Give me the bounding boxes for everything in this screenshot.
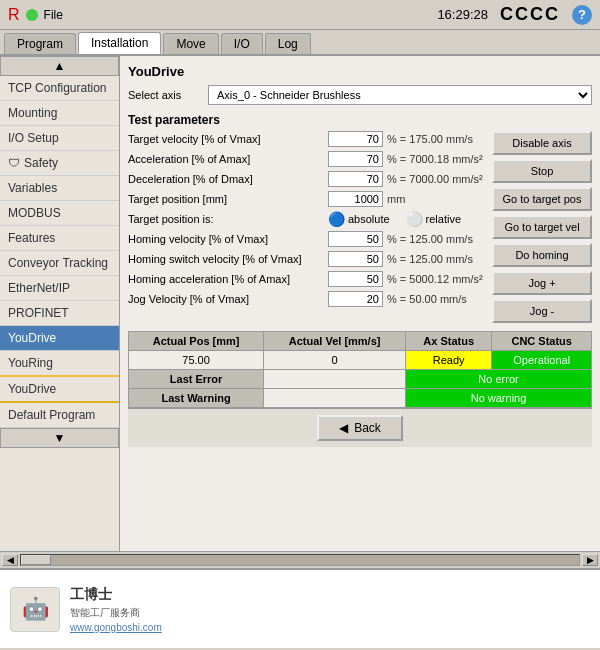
app-logo-icon: R: [8, 6, 20, 24]
scroll-right-button[interactable]: ▶: [582, 554, 598, 566]
test-params-title: Test parameters: [128, 113, 592, 127]
param-unit-homing-sw-vel: % = 125.00 mm/s: [387, 253, 473, 265]
scroll-thumb[interactable]: [21, 555, 51, 565]
radio-relative-label: relative: [426, 213, 461, 225]
actual-pos-value: 75.00: [129, 351, 264, 370]
col-ax-status: Ax Status: [406, 332, 492, 351]
time-display: 16:29:28: [437, 7, 488, 22]
sidebar-item-io-setup[interactable]: I/O Setup: [0, 126, 119, 151]
param-row-jog-vel: Jog Velocity [% of Vmax] % = 50.00 mm/s: [128, 291, 484, 307]
param-row-velocity: Target velocity [% of Vmax] % = 175.00 m…: [128, 131, 484, 147]
tab-move[interactable]: Move: [163, 33, 218, 54]
tab-log[interactable]: Log: [265, 33, 311, 54]
sidebar: ▲ TCP Configuration Mounting I/O Setup 🛡…: [0, 56, 120, 551]
last-warning-value: No warning: [406, 389, 592, 408]
col-cnc-status: CNC Status: [492, 332, 592, 351]
sidebar-item-conveyor[interactable]: Conveyor Tracking: [0, 251, 119, 276]
param-row-accel: Acceleration [% of Amax] % = 7000.18 mm/…: [128, 151, 484, 167]
radio-label-target-pos: Target position is:: [128, 213, 328, 225]
scroll-track[interactable]: [20, 554, 580, 566]
param-label-target-pos: Target position [mm]: [128, 193, 328, 205]
sidebar-item-ethernet[interactable]: EtherNet/IP: [0, 276, 119, 301]
disable-axis-button[interactable]: Disable axis: [492, 131, 592, 155]
tab-program[interactable]: Program: [4, 33, 76, 54]
radio-absolute-icon: 🔵: [328, 211, 345, 227]
go-to-target-pos-button[interactable]: Go to target pos: [492, 187, 592, 211]
sidebar-scroll-down[interactable]: ▼: [0, 428, 119, 448]
sidebar-scroll-up[interactable]: ▲: [0, 56, 119, 76]
sidebar-item-mounting[interactable]: Mounting: [0, 101, 119, 126]
company-tagline: 智能工厂服务商: [70, 605, 162, 620]
section-title: YouDrive: [128, 64, 592, 79]
sidebar-item-features[interactable]: Features: [0, 226, 119, 251]
param-input-target-pos[interactable]: [328, 191, 383, 207]
last-error-value: No error: [406, 370, 592, 389]
sidebar-item-profinet[interactable]: PROFINET: [0, 301, 119, 326]
param-row-homing-vel: Homing velocity [% of Vmax] % = 125.00 m…: [128, 231, 484, 247]
select-axis-row: Select axis Axis_0 - Schneider Brushless: [128, 85, 592, 105]
status-dot: [26, 9, 38, 21]
axis-select[interactable]: Axis_0 - Schneider Brushless: [208, 85, 592, 105]
param-input-decel[interactable]: [328, 171, 383, 187]
actual-vel-value: 0: [264, 351, 406, 370]
go-to-target-vel-button[interactable]: Go to target vel: [492, 215, 592, 239]
stop-button[interactable]: Stop: [492, 159, 592, 183]
tabs-bar: Program Installation Move I/O Log: [0, 30, 600, 56]
right-buttons: Disable axis Stop Go to target pos Go to…: [492, 131, 592, 323]
param-unit-jog-vel: % = 50.00 mm/s: [387, 293, 467, 305]
sidebar-item-youdrive-1[interactable]: YouDrive: [0, 326, 119, 351]
sidebar-item-default-program[interactable]: Default Program: [0, 403, 119, 428]
param-input-jog-vel[interactable]: [328, 291, 383, 307]
company-info: 工博士 智能工厂服务商 www.gongboshi.com: [70, 584, 162, 635]
param-input-accel[interactable]: [328, 151, 383, 167]
tab-installation[interactable]: Installation: [78, 32, 161, 54]
logo-area: 🤖: [10, 587, 60, 632]
radio-row-target-pos-is: Target position is: 🔵 absolute ⚪ relativ…: [128, 211, 484, 227]
sidebar-item-youring[interactable]: YouRing: [0, 351, 119, 377]
status-row-warning: Last Warning No warning: [129, 389, 592, 408]
param-row-homing-sw-vel: Homing switch velocity [% of Vmax] % = 1…: [128, 251, 484, 267]
param-unit-accel: % = 7000.18 mm/s²: [387, 153, 483, 165]
param-input-homing-vel[interactable]: [328, 231, 383, 247]
logo-icon: 🤖: [10, 587, 60, 632]
help-button[interactable]: ?: [572, 5, 592, 25]
status-row-1: 75.00 0 Ready Operational: [129, 351, 592, 370]
back-button[interactable]: ◀ Back: [317, 415, 403, 441]
company-website: www.gongboshi.com: [70, 620, 162, 635]
tab-io[interactable]: I/O: [221, 33, 263, 54]
sidebar-item-tcp[interactable]: TCP Configuration: [0, 76, 119, 101]
param-row-homing-accel: Homing acceleration [% of Amax] % = 5000…: [128, 271, 484, 287]
param-label-velocity: Target velocity [% of Vmax]: [128, 133, 328, 145]
param-unit-decel: % = 7000.00 mm/s²: [387, 173, 483, 185]
jog-minus-button[interactable]: Jog -: [492, 299, 592, 323]
cnc-status-value: Operational: [492, 351, 592, 370]
param-unit-target-pos: mm: [387, 193, 405, 205]
cccc-label: CCCC: [500, 4, 560, 25]
param-label-homing-sw-vel: Homing switch velocity [% of Vmax]: [128, 253, 328, 265]
sidebar-item-youdrive-2[interactable]: YouDrive: [0, 377, 119, 403]
param-input-homing-accel[interactable]: [328, 271, 383, 287]
file-label[interactable]: File: [44, 8, 63, 22]
jog-plus-button[interactable]: Jog +: [492, 271, 592, 295]
content-area: YouDrive Select axis Axis_0 - Schneider …: [120, 56, 600, 551]
title-bar-right: 16:29:28 CCCC ?: [437, 4, 592, 25]
sidebar-item-safety[interactable]: 🛡 Safety: [0, 151, 119, 176]
do-homing-button[interactable]: Do homing: [492, 243, 592, 267]
param-input-velocity[interactable]: [328, 131, 383, 147]
param-label-accel: Acceleration [% of Amax]: [128, 153, 328, 165]
col-actual-pos: Actual Pos [mm]: [129, 332, 264, 351]
params-section: Target velocity [% of Vmax] % = 175.00 m…: [128, 131, 484, 323]
sidebar-item-modbus[interactable]: MODBUS: [0, 201, 119, 226]
scroll-left-button[interactable]: ◀: [2, 554, 18, 566]
radio-absolute[interactable]: 🔵 absolute: [328, 211, 390, 227]
radio-relative[interactable]: ⚪ relative: [406, 211, 461, 227]
sidebar-item-variables[interactable]: Variables: [0, 176, 119, 201]
back-bar: ◀ Back: [128, 408, 592, 447]
title-bar: R File 16:29:28 CCCC ?: [0, 0, 600, 30]
param-label-homing-vel: Homing velocity [% of Vmax]: [128, 233, 328, 245]
back-button-label: Back: [354, 421, 381, 435]
param-label-decel: Deceleration [% of Dmax]: [128, 173, 328, 185]
param-unit-homing-accel: % = 5000.12 mm/s²: [387, 273, 483, 285]
horizontal-scrollbar: ◀ ▶: [0, 551, 600, 568]
param-input-homing-sw-vel[interactable]: [328, 251, 383, 267]
